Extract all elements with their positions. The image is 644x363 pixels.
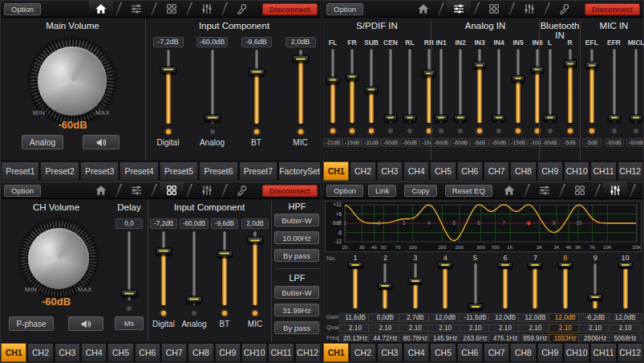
nav-key-tab[interactable] xyxy=(230,1,254,17)
disconnect-button[interactable]: Disconnect xyxy=(262,3,318,15)
channel-tab-ch12[interactable]: CH12 xyxy=(295,343,321,362)
fader-value[interactable]: -60dB xyxy=(626,138,644,147)
fader-value[interactable]: -9,6dB xyxy=(211,218,238,229)
fader-value[interactable]: -21dB xyxy=(323,138,342,147)
preset-tab-factoryset[interactable]: FactorySet xyxy=(278,161,321,181)
fader-value[interactable]: -5dB xyxy=(582,138,601,147)
fader-track[interactable] xyxy=(490,49,508,123)
channel-tab-ch2[interactable]: CH2 xyxy=(350,343,375,362)
fader-handle[interactable] xyxy=(492,114,505,121)
hpf-butter-w-button[interactable]: Butter-W xyxy=(274,214,319,226)
channel-tab-ch5[interactable]: CH5 xyxy=(107,343,133,362)
preset-tab-preset7[interactable]: Preset7 xyxy=(239,161,277,181)
fader-track[interactable] xyxy=(292,50,310,124)
channel-tab-ch8[interactable]: CH8 xyxy=(188,343,213,362)
lpf-by-pass-button[interactable]: By pass xyxy=(274,321,319,334)
fader-value[interactable]: -60dB xyxy=(541,138,560,147)
channel-tab-ch9[interactable]: CH9 xyxy=(215,343,241,362)
eq-graph-panel[interactable]: +12+60dB-6-1220304050701002003005007001K… xyxy=(325,201,642,252)
eq-band-fader[interactable] xyxy=(557,263,574,308)
fader-value[interactable]: 0,0 xyxy=(115,218,143,229)
fader-handle[interactable] xyxy=(468,304,483,310)
fader-track[interactable] xyxy=(471,49,488,123)
eq-band-fader[interactable] xyxy=(467,263,484,308)
fader-handle[interactable] xyxy=(348,262,363,268)
channel-tab-ch6[interactable]: CH6 xyxy=(135,343,160,362)
nav-grid-tab[interactable] xyxy=(568,182,592,198)
fader-track[interactable] xyxy=(452,49,469,123)
channel-tab-ch3[interactable]: CH3 xyxy=(55,343,80,362)
nav-eq-tab[interactable] xyxy=(517,1,541,17)
band-gain-value[interactable]: 12,0dB xyxy=(609,313,642,322)
fader-track[interactable] xyxy=(561,49,579,123)
fader-handle[interactable] xyxy=(558,262,573,268)
nav-home-tab[interactable] xyxy=(411,1,435,17)
channel-tab-ch3[interactable]: CH3 xyxy=(377,161,403,181)
preset-tab-preset4[interactable]: Preset4 xyxy=(119,161,158,181)
nav-mixer-tab[interactable] xyxy=(124,1,148,17)
fader-track[interactable] xyxy=(204,50,221,124)
fader-handle[interactable] xyxy=(618,262,633,268)
channel-tab-ch4[interactable]: CH4 xyxy=(81,343,107,362)
channel-tab-ch2[interactable]: CH2 xyxy=(27,343,53,362)
channel-tab-ch1[interactable]: CH1 xyxy=(1,343,26,362)
channel-tab-ch4[interactable]: CH4 xyxy=(403,161,429,181)
fader-track[interactable] xyxy=(363,49,380,123)
fader-value[interactable]: -7,2dB xyxy=(150,218,177,229)
channel-tab-ch12[interactable]: CH12 xyxy=(618,161,643,181)
fader-handle[interactable] xyxy=(544,114,557,121)
fader-handle[interactable] xyxy=(249,68,265,75)
fader-value[interactable]: -60,0dB xyxy=(196,37,229,47)
fader-handle[interactable] xyxy=(585,62,598,69)
p-phase-button[interactable]: P-phase xyxy=(9,316,54,331)
channel-tab-ch5[interactable]: CH5 xyxy=(430,161,456,181)
fader-value[interactable]: -60dB xyxy=(431,138,451,147)
channel-tab-ch6[interactable]: CH6 xyxy=(457,343,483,362)
fader-handle[interactable] xyxy=(498,262,512,268)
eq-band-fader[interactable] xyxy=(376,263,394,308)
fader-handle[interactable] xyxy=(528,262,542,268)
channel-tab-ch10[interactable]: CH10 xyxy=(241,343,267,362)
eq-band-fader[interactable] xyxy=(526,263,544,308)
fader-handle[interactable] xyxy=(247,237,263,244)
option-button[interactable]: Option xyxy=(326,185,363,197)
preset-tab-preset1[interactable]: Preset1 xyxy=(1,161,39,181)
channel-tab-ch2[interactable]: CH2 xyxy=(350,161,375,181)
reset-eq-button[interactable]: Reset EQ xyxy=(445,185,492,197)
nav-grid-tab[interactable] xyxy=(160,1,184,17)
channel-tab-ch1[interactable]: CH1 xyxy=(323,343,349,362)
channel-tab-ch12[interactable]: CH12 xyxy=(618,343,643,362)
channel-tab-ch5[interactable]: CH5 xyxy=(430,343,456,362)
delay-unit-button[interactable]: Ms xyxy=(115,316,144,330)
eq-response-chart[interactable]: +12+60dB-6-1220304050701002003005007001K… xyxy=(326,202,641,251)
fader-track[interactable] xyxy=(155,231,172,305)
channel-tab-ch10[interactable]: CH10 xyxy=(564,161,589,181)
fader-track[interactable] xyxy=(248,50,265,124)
fader-track[interactable] xyxy=(606,49,623,123)
nav-grid-tab[interactable] xyxy=(482,1,506,17)
fader-value[interactable]: -19dB xyxy=(342,138,362,147)
nav-mixer-tab[interactable] xyxy=(533,182,557,198)
fader-handle[interactable] xyxy=(160,66,176,73)
lpf-butter-w-button[interactable]: Butter-W xyxy=(274,286,319,299)
channel-tab-ch7[interactable]: CH7 xyxy=(484,161,509,181)
fader-handle[interactable] xyxy=(326,76,339,84)
eq-band-fader[interactable] xyxy=(407,263,424,308)
fader-value[interactable]: -7,2dB xyxy=(153,37,184,47)
fader-track[interactable] xyxy=(185,231,203,305)
fader-value[interactable]: -5dB xyxy=(561,138,580,147)
nav-key-tab[interactable] xyxy=(638,182,644,198)
fader-value[interactable]: -60dB xyxy=(381,138,400,147)
fader-track[interactable] xyxy=(246,231,264,305)
fader-track[interactable] xyxy=(160,50,177,124)
nav-home-tab[interactable] xyxy=(89,1,113,17)
nav-eq-tab[interactable] xyxy=(603,182,627,198)
disconnect-button[interactable]: Disconnect xyxy=(262,185,318,197)
channel-tab-ch11[interactable]: CH11 xyxy=(268,343,294,362)
fader-track[interactable] xyxy=(401,49,419,123)
option-button[interactable]: Option xyxy=(4,185,41,197)
channel-tab-ch4[interactable]: CH4 xyxy=(403,343,429,362)
option-button[interactable]: Option xyxy=(326,3,363,15)
preset-tab-preset3[interactable]: Preset3 xyxy=(80,161,119,181)
speaker-button[interactable] xyxy=(83,135,119,149)
